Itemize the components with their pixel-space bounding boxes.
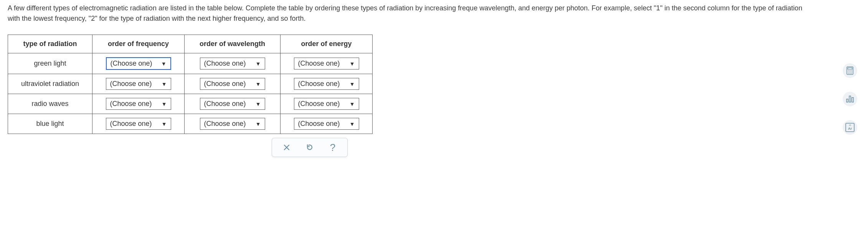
dropdown-label: (Choose one) <box>204 80 246 88</box>
reset-button[interactable] <box>304 142 315 153</box>
frequency-dropdown[interactable]: (Choose one)▼ <box>106 78 171 90</box>
radiation-type: green light <box>8 53 92 74</box>
calculator-button[interactable] <box>843 63 857 78</box>
svg-point-8 <box>848 73 849 74</box>
radiation-type: blue light <box>8 114 92 134</box>
table-row: blue light (Choose one)▼ (Choose one)▼ (… <box>8 114 373 134</box>
answer-controls: ? <box>272 138 348 157</box>
radiation-table: type of radiation order of frequency ord… <box>8 35 373 134</box>
frequency-dropdown[interactable]: (Choose one)▼ <box>106 98 171 110</box>
table-row: radio waves (Choose one)▼ (Choose one)▼ … <box>8 94 373 114</box>
periodic-table-button[interactable]: 18Ar <box>843 120 857 135</box>
svg-point-6 <box>850 72 850 73</box>
svg-point-7 <box>851 72 852 73</box>
svg-point-5 <box>848 72 849 73</box>
svg-point-10 <box>851 73 852 74</box>
svg-rect-12 <box>849 96 851 102</box>
chevron-down-icon: ▼ <box>162 81 167 87</box>
dropdown-label: (Choose one) <box>204 120 246 128</box>
frequency-dropdown[interactable]: (Choose one)▼ <box>106 57 171 70</box>
header-frequency: order of frequency <box>92 35 185 53</box>
chevron-down-icon: ▼ <box>256 81 261 87</box>
dropdown-label: (Choose one) <box>298 120 340 128</box>
tool-sidebar: 18Ar <box>843 63 857 135</box>
dropdown-label: (Choose one) <box>204 100 246 108</box>
energy-dropdown[interactable]: (Choose one)▼ <box>294 118 359 130</box>
energy-dropdown[interactable]: (Choose one)▼ <box>294 98 359 110</box>
frequency-dropdown[interactable]: (Choose one)▼ <box>106 118 171 130</box>
question-icon: ? <box>330 142 335 154</box>
wavelength-dropdown[interactable]: (Choose one)▼ <box>200 98 265 110</box>
svg-point-4 <box>851 70 852 71</box>
clear-button[interactable] <box>281 142 292 153</box>
stats-button[interactable] <box>843 92 857 106</box>
dropdown-label: (Choose one) <box>298 100 340 108</box>
undo-icon <box>305 143 314 152</box>
wavelength-dropdown[interactable]: (Choose one)▼ <box>200 78 265 90</box>
help-button[interactable]: ? <box>327 142 338 153</box>
chevron-down-icon: ▼ <box>350 101 355 107</box>
chevron-down-icon: ▼ <box>350 121 355 127</box>
chevron-down-icon: ▼ <box>256 121 261 127</box>
chevron-down-icon: ▼ <box>161 61 167 67</box>
close-icon <box>283 144 290 151</box>
bar-chart-icon <box>846 95 854 103</box>
question-instructions: A few different types of electromagnetic… <box>8 3 814 24</box>
wavelength-dropdown[interactable]: (Choose one)▼ <box>200 118 265 130</box>
svg-point-3 <box>850 70 850 71</box>
svg-rect-13 <box>852 98 853 102</box>
dropdown-label: (Choose one) <box>111 60 152 68</box>
energy-dropdown[interactable]: (Choose one)▼ <box>294 58 359 69</box>
calculator-icon <box>846 66 854 75</box>
chevron-down-icon: ▼ <box>350 81 355 87</box>
chevron-down-icon: ▼ <box>256 101 261 107</box>
table-row: ultraviolet radiation (Choose one)▼ (Cho… <box>8 74 373 94</box>
dropdown-label: (Choose one) <box>110 100 152 108</box>
svg-point-9 <box>850 73 850 74</box>
wavelength-dropdown[interactable]: (Choose one)▼ <box>200 58 265 69</box>
svg-rect-1 <box>848 68 852 69</box>
dropdown-label: (Choose one) <box>110 120 152 128</box>
dropdown-label: (Choose one) <box>110 80 152 88</box>
svg-rect-11 <box>847 99 848 102</box>
radiation-type: radio waves <box>8 94 92 114</box>
dropdown-label: (Choose one) <box>204 60 246 68</box>
chevron-down-icon: ▼ <box>350 61 355 67</box>
dropdown-label: (Choose one) <box>298 60 340 68</box>
periodic-element-icon: 18Ar <box>845 122 855 132</box>
chevron-down-icon: ▼ <box>162 101 167 107</box>
radiation-type: ultraviolet radiation <box>8 74 92 94</box>
dropdown-label: (Choose one) <box>298 80 340 88</box>
svg-text:18: 18 <box>849 124 851 126</box>
header-energy: order of energy <box>281 35 373 53</box>
svg-point-2 <box>848 70 849 71</box>
chevron-down-icon: ▼ <box>256 61 261 67</box>
chevron-down-icon: ▼ <box>162 121 167 127</box>
energy-dropdown[interactable]: (Choose one)▼ <box>294 78 359 90</box>
table-row: green light (Choose one)▼ (Choose one)▼ … <box>8 53 373 74</box>
svg-text:Ar: Ar <box>848 127 852 131</box>
header-wavelength: order of wavelength <box>185 35 281 53</box>
header-type: type of radiation <box>8 35 92 53</box>
